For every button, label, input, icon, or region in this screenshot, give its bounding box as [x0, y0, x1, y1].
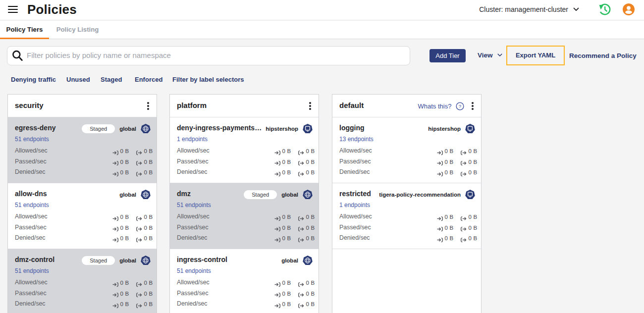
svg-text:?: ? [459, 104, 461, 109]
